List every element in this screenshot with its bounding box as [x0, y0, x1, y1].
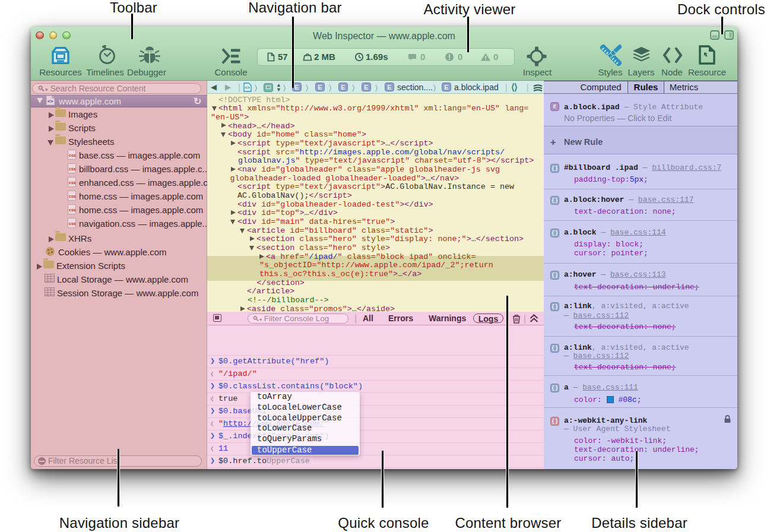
svg-text:<>: <>	[47, 99, 53, 104]
svg-text:<>: <>	[245, 85, 250, 90]
